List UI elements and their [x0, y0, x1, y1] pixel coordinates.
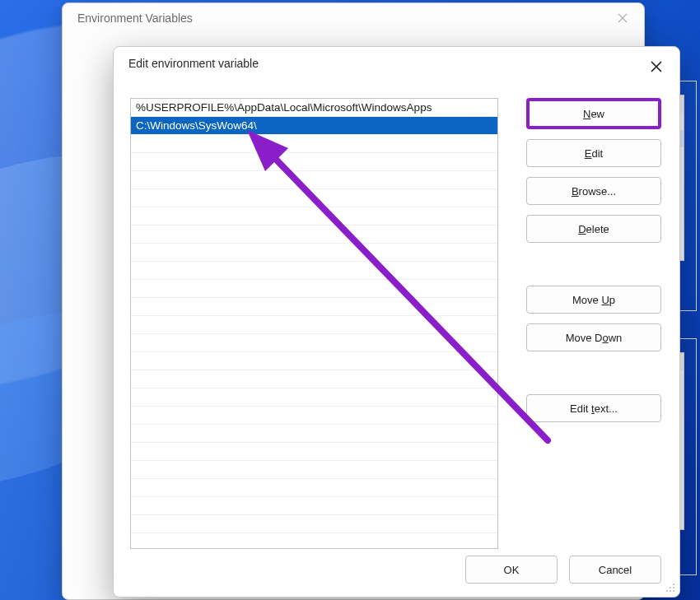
path-entry[interactable]: . [131, 316, 497, 334]
close-icon[interactable] [613, 8, 632, 28]
path-entry[interactable]: . [131, 135, 497, 153]
path-entry[interactable]: . [131, 425, 497, 443]
path-entry[interactable]: . [131, 298, 497, 316]
resize-grip-icon[interactable] [665, 582, 676, 593]
svg-point-4 [670, 590, 671, 592]
path-entry[interactable]: . [131, 461, 497, 479]
ok-button[interactable]: OK [465, 556, 558, 584]
button-column: New Edit Browse... Delete Move Up Move D… [526, 98, 661, 432]
cancel-button[interactable]: Cancel [569, 556, 661, 584]
svg-point-1 [670, 587, 671, 588]
path-entry[interactable]: . [131, 280, 497, 298]
move-up-button[interactable]: Move Up [526, 286, 661, 314]
svg-point-3 [666, 590, 668, 592]
path-entry[interactable]: . [131, 479, 497, 497]
path-entry[interactable]: . [131, 407, 497, 425]
move-down-button[interactable]: Move Down [526, 323, 661, 351]
path-entry[interactable]: . [131, 244, 497, 262]
delete-button[interactable]: Delete [526, 215, 661, 243]
browse-button[interactable]: Browse... [526, 177, 661, 205]
svg-point-0 [673, 584, 674, 585]
dialog-footer: OK Cancel [465, 556, 661, 584]
path-entry[interactable]: . [131, 334, 497, 352]
path-entry[interactable]: . [131, 388, 497, 407]
path-entry[interactable]: . [131, 226, 497, 244]
path-entry[interactable]: . [131, 515, 497, 533]
svg-point-2 [673, 587, 674, 588]
path-entry[interactable]: C:\Windows\SysWow64\ [131, 117, 497, 135]
svg-point-5 [673, 590, 674, 592]
envvars-window-title: Environment Variables [63, 3, 644, 25]
path-entry[interactable]: . [131, 153, 497, 171]
path-entry[interactable]: . [131, 443, 497, 461]
path-entry[interactable]: . [131, 497, 497, 515]
close-icon[interactable] [646, 57, 666, 77]
new-button[interactable]: New [526, 98, 661, 129]
edit-environment-variable-window: Edit environment variable %USERPROFILE%\… [113, 46, 680, 598]
path-entry[interactable]: . [131, 171, 497, 189]
edit-text-button[interactable]: Edit text... [526, 394, 661, 422]
edit-window-title: Edit environment variable [114, 47, 679, 80]
path-entry[interactable]: . [131, 207, 497, 226]
path-entry[interactable]: . [131, 370, 497, 388]
path-entry[interactable]: . [131, 352, 497, 370]
path-entries-list[interactable]: %USERPROFILE%\AppData\Local\Microsoft\Wi… [130, 98, 498, 549]
path-entry[interactable]: . [131, 262, 497, 280]
path-entry[interactable]: %USERPROFILE%\AppData\Local\Microsoft\Wi… [131, 99, 497, 117]
edit-button[interactable]: Edit [526, 139, 661, 167]
path-entry[interactable]: . [131, 189, 497, 207]
